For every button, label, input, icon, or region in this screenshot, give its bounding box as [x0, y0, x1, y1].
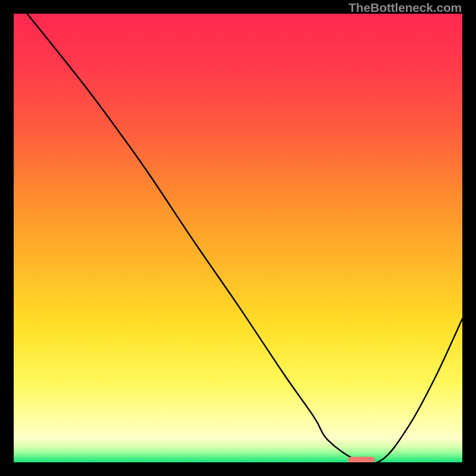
watermark: TheBottleneck.com [349, 1, 462, 15]
chart-plot [14, 14, 462, 462]
chart-frame [14, 14, 462, 462]
optimal-marker [348, 457, 375, 462]
